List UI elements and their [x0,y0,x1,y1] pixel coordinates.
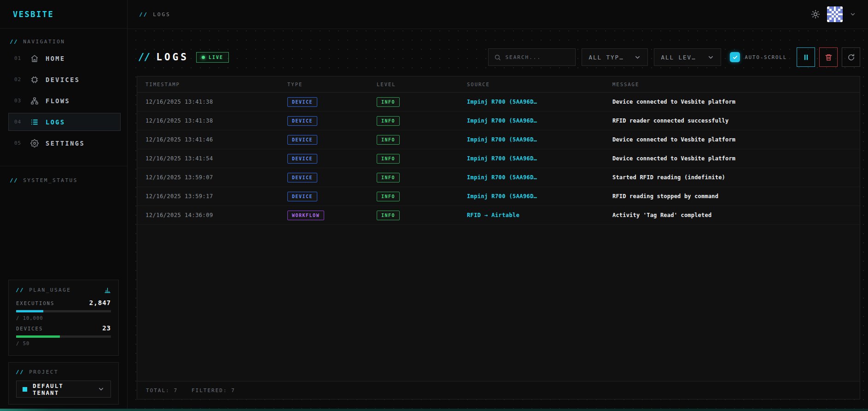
gear-icon [30,139,39,147]
table-header: TIMESTAMP TYPE LEVEL SOURCE MESSAGE [137,76,860,93]
refresh-icon [847,53,855,61]
chevron-down-icon [98,386,105,393]
nav-section: // NAVIGATION 01 HOME 02 DEVICES 03 FLOW… [0,29,127,159]
flow-hierarchy-icon [30,97,39,105]
clear-logs-button[interactable] [819,47,838,67]
table-body: 12/16/2025 13:41:38 DEVICE INFO Impinj R… [137,93,860,225]
log-type-badge: DEVICE [287,173,317,182]
log-type-badge: DEVICE [287,116,317,126]
log-level-badge: INFO [377,116,400,126]
live-dot-icon [202,56,205,59]
autoscroll-checkbox[interactable] [730,52,740,62]
nav-item-label: FLOWS [46,97,70,105]
devices-label: DEVICES [16,326,43,331]
live-status-badge: LIVE [196,52,229,63]
level-filter-dropdown[interactable]: ALL LEV… [654,48,721,66]
log-source-link[interactable]: RFID → Airtable [467,212,612,218]
nav-item-number: 05 [14,140,23,146]
pause-stream-button[interactable] [797,47,815,67]
type-filter-dropdown[interactable]: ALL TYP… [582,48,648,66]
devices-progress-fill [16,335,60,338]
devices-value: 23 [102,324,111,332]
search-icon [494,54,501,61]
account-chevron-down-icon[interactable] [850,11,856,18]
column-header-timestamp: TIMESTAMP [146,82,287,87]
log-type-badge: DEVICE [287,154,317,164]
log-source-link[interactable]: Impinj R700 (5AA96D… [467,193,612,200]
project-selector[interactable]: DEFAULT TENANT [16,381,111,398]
log-message: RFID reader connected successfully [612,117,860,124]
sidebar-item-home[interactable]: 01 HOME [8,49,121,67]
slash-decoration: // [16,369,24,375]
log-type-badge: DEVICE [287,192,317,201]
slash-decoration: // [140,12,148,18]
total-count: TOTAL: 7 [146,388,178,393]
sidebar-item-settings[interactable]: 05 SETTINGS [8,134,121,152]
nav-item-number: 01 [14,55,23,61]
plan-usage-label: PLAN_USAGE [29,287,71,293]
log-message: Device connected to Vesbite platform [612,136,860,143]
slash-decoration: // [139,52,150,63]
log-message: RFID reading stopped by command [612,193,860,200]
devices-progress-track [16,335,111,338]
log-search [488,48,576,66]
home-icon [30,54,39,63]
slash-decoration: // [16,287,24,293]
theme-toggle-sun-icon[interactable] [811,10,820,19]
filtered-count: FILTERED: 7 [192,388,235,393]
breadcrumb: // LOGS [140,12,171,18]
log-source-link[interactable]: Impinj R700 (5AA96D… [467,136,612,143]
autoscroll-toggle[interactable]: AUTO-SCROLL [730,52,787,62]
log-level-badge: INFO [377,154,400,164]
log-timestamp: 12/16/2025 14:36:09 [146,212,287,218]
table-row[interactable]: 12/16/2025 13:59:17 DEVICE INFO Impinj R… [137,187,860,206]
column-header-type: TYPE [287,82,377,87]
table-row[interactable]: 12/16/2025 13:59:07 DEVICE INFO Impinj R… [137,168,860,187]
log-source-link[interactable]: Impinj R700 (5AA96D… [467,155,612,162]
log-message: Device connected to Vesbite platform [612,99,860,105]
logs-table-panel: TIMESTAMP TYPE LEVEL SOURCE MESSAGE 12/1… [137,76,860,399]
slash-decoration: // [10,177,18,183]
chevron-down-icon [707,54,714,61]
type-filter-value: ALL TYP… [588,54,623,61]
executions-progress-fill [16,310,43,312]
log-message: Started RFID reading (indefinite) [612,174,860,181]
nav-section-title: NAVIGATION [23,39,65,45]
log-timestamp: 12/16/2025 13:41:54 [146,155,287,162]
log-level-badge: INFO [377,211,400,220]
log-source-link[interactable]: Impinj R700 (5AA96D… [467,117,612,124]
column-header-level: LEVEL [377,82,467,87]
devices-limit: / 50 [16,341,111,346]
log-source-link[interactable]: Impinj R700 (5AA96D… [467,174,612,181]
log-message: Device connected to Vesbite platform [612,155,860,162]
main-content: // LOGS LIVE ALL TYP… ALL LEV… [128,29,868,411]
sidebar-item-devices[interactable]: 02 DEVICES [8,70,121,88]
log-timestamp: 12/16/2025 13:41:38 [146,117,287,124]
sidebar-item-flows[interactable]: 03 FLOWS [8,92,121,110]
bar-chart-icon [104,287,111,294]
system-status-label: SYSTEM_STATUS [23,177,78,183]
table-row[interactable]: 12/16/2025 13:41:46 DEVICE INFO Impinj R… [137,130,860,149]
nav-item-label: DEVICES [46,76,80,83]
nav-item-label: SETTINGS [46,140,85,147]
breadcrumb-label: LOGS [153,12,171,18]
page-title-text: LOGS [156,52,189,63]
search-input[interactable] [505,54,570,60]
nav-item-number: 02 [14,76,23,82]
bottom-accent-strip [0,409,868,411]
table-row[interactable]: 12/16/2025 14:36:09 WORKFLOW INFO RFID →… [137,206,860,225]
log-type-badge: DEVICE [287,135,317,145]
nav-section-label: // NAVIGATION [8,39,121,45]
page-title: // LOGS [139,52,189,63]
table-row[interactable]: 12/16/2025 13:41:54 DEVICE INFO Impinj R… [137,149,860,168]
log-source-link[interactable]: Impinj R700 (5AA96D… [467,99,612,105]
table-row[interactable]: 12/16/2025 13:41:38 DEVICE INFO Impinj R… [137,93,860,112]
table-row[interactable]: 12/16/2025 13:41:38 DEVICE INFO Impinj R… [137,112,860,130]
project-card: // PROJECT DEFAULT TENANT [8,362,119,405]
avatar[interactable] [827,6,843,22]
sidebar-item-logs[interactable]: 04 LOGS [8,113,121,131]
executions-value: 2,847 [89,299,111,306]
logs-toolbar: // LOGS LIVE ALL TYP… ALL LEV… [139,47,860,67]
log-level-badge: INFO [377,173,400,182]
refresh-button[interactable] [842,47,860,67]
